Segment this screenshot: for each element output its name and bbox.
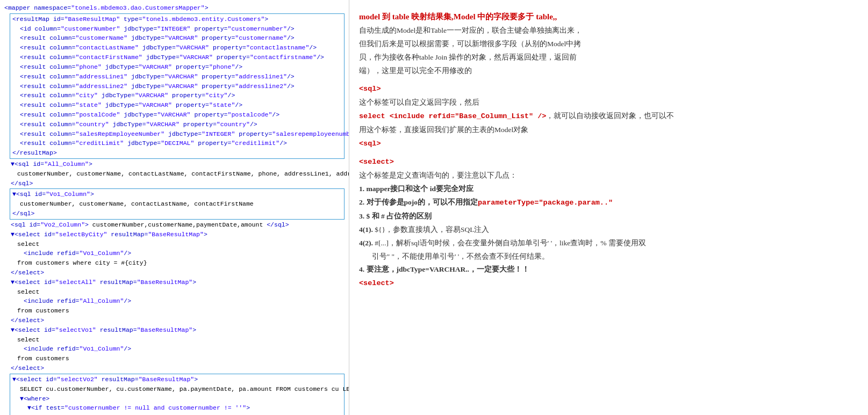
section1-title: model 到 table 映射结果集,Model 中的字段要多于 table,… [359,10,858,24]
section-resultmap: model 到 table 映射结果集,Model 中的字段要多于 table,… [359,10,858,78]
section1-body: 自动生成的Model是和Table一一对应的，联合主键会单独抽离出来，但我们后来… [359,24,858,78]
section-sql: <sql> 这个标签可以自定义返回字段，然后 select <include r… [359,82,858,151]
left-panel: <mapper namespace="tonels.mbdemo3.dao.Cu… [0,0,349,415]
section3-body: <select> 这个标签是定义查询语句的，要注意以下几点： 1. mapper… [359,155,858,291]
section-select: <select> 这个标签是定义查询语句的，要注意以下几点： 1. mapper… [359,155,858,291]
right-panel: model 到 table 映射结果集,Model 中的字段要多于 table,… [349,0,868,415]
xml-line-mapper: <mapper namespace="tonels.mbdemo3.dao.Cu… [4,3,345,13]
vo1-column-box: ▼<sql id="Vo1_Column"> customerNumber, c… [10,188,345,219]
selectvo2-box: ▼<select id="selectVo2" resultMap="BaseR… [10,374,345,415]
resultmap-box: <resultMap id="BaseResultMap" type="tone… [10,13,345,159]
section2-body: <sql> 这个标签可以自定义返回字段，然后 select <include r… [359,82,858,151]
